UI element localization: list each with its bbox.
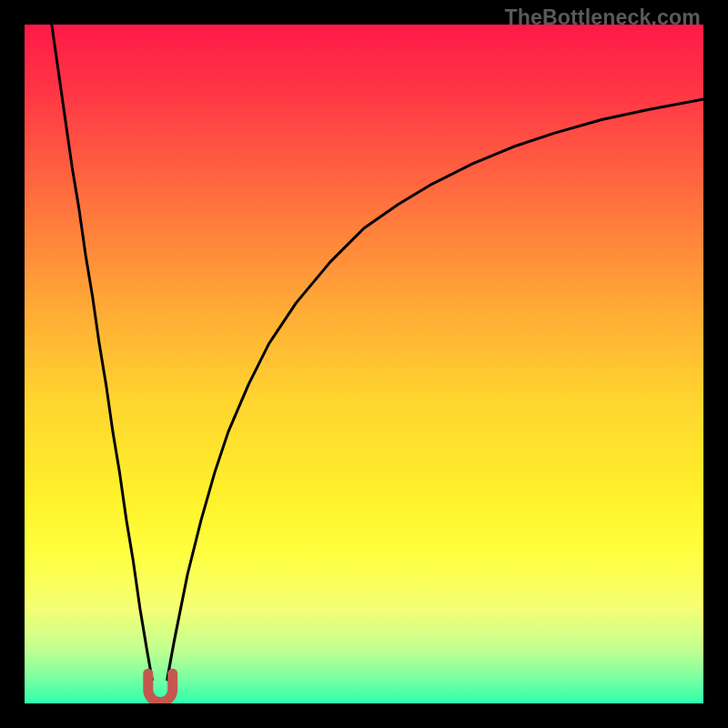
plot-area [25,25,703,703]
watermark-label: TheBottleneck.com [504,5,701,30]
chart-svg [25,25,703,703]
chart-frame: TheBottleneck.com [0,0,728,728]
gradient-background [25,25,703,703]
